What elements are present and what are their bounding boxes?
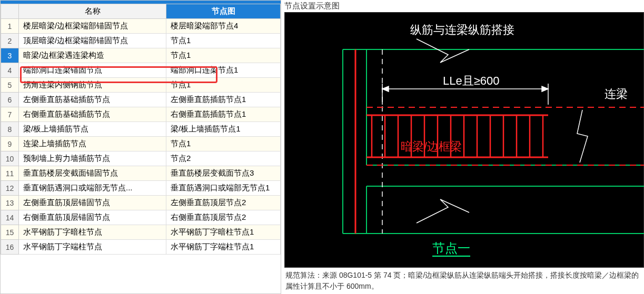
cell-node[interactable]: 左侧垂直筋顶层节点2 — [166, 196, 281, 210]
header-name: 名称 — [19, 4, 166, 19]
cell-name[interactable]: 暗梁/边框梁遇连梁构造 — [19, 48, 166, 63]
cell-node[interactable]: 节点1 — [166, 34, 281, 48]
table-row[interactable]: 3暗梁/边框梁遇连梁构造节点1 — [1, 48, 281, 63]
row-number: 9 — [1, 137, 19, 151]
row-number: 16 — [1, 240, 19, 255]
label-top: 纵筋与连梁纵筋搭接 — [410, 22, 514, 38]
row-number: 1 — [1, 19, 19, 34]
cell-node[interactable]: 节点1 — [166, 78, 281, 93]
diagram-title: 节点设置示意图 — [284, 0, 644, 12]
cell-node[interactable]: 右侧垂直筋插筋节点1 — [166, 107, 281, 122]
row-number: 12 — [1, 181, 19, 196]
table-row[interactable]: 8梁/板上墙插筋节点梁/板上墙插筋节点1 — [1, 122, 281, 137]
table-row[interactable]: 9连梁上墙插筋节点节点1 — [1, 137, 281, 151]
cell-name[interactable]: 水平钢筋丁字暗柱节点 — [19, 225, 166, 240]
row-number: 5 — [1, 78, 19, 93]
node-table: 名称 节点图 1楼层暗梁/边框梁端部锚固节点楼层暗梁端部节点42顶层暗梁/边框梁… — [1, 4, 281, 255]
row-number: 6 — [1, 93, 19, 107]
cell-name[interactable]: 端部洞口连梁锚固节点 — [19, 63, 166, 78]
label-right: 连梁 — [605, 86, 628, 102]
header-node: 节点图 — [166, 4, 281, 19]
cell-name[interactable]: 左侧垂直筋顶层锚固节点 — [19, 196, 166, 210]
label-bottom: 暗梁/边框梁 — [401, 139, 462, 155]
cell-node[interactable]: 节点1 — [166, 48, 281, 63]
table-row[interactable]: 5拐角连梁内侧钢筋节点节点1 — [1, 78, 281, 93]
table-row[interactable]: 2顶层暗梁/边框梁端部锚固节点节点1 — [1, 34, 281, 48]
cell-node[interactable]: 垂直筋楼层变截面节点3 — [166, 166, 281, 181]
row-number: 13 — [1, 196, 19, 210]
cell-name[interactable]: 右侧垂直筋基础插筋节点 — [19, 107, 166, 122]
cell-node[interactable]: 节点2 — [166, 151, 281, 166]
cell-name[interactable]: 楼层暗梁/边框梁端部锚固节点 — [19, 19, 166, 34]
row-number: 15 — [1, 225, 19, 240]
table-row[interactable]: 14右侧垂直筋顶层锚固节点右侧垂直筋顶层节点2 — [1, 210, 281, 225]
cell-node[interactable]: 水平钢筋丁字端柱节点1 — [166, 240, 281, 255]
cell-name[interactable]: 连梁上墙插筋节点 — [19, 137, 166, 151]
table-row[interactable]: 12垂直钢筋遇洞口或端部无节点...垂直筋遇洞口或端部无节点1 — [1, 181, 281, 196]
cell-node[interactable]: 梁/板上墙插筋节点1 — [166, 122, 281, 137]
cell-node[interactable]: 节点1 — [166, 137, 281, 151]
cell-node[interactable]: 左侧垂直筋插筋节点1 — [166, 93, 281, 107]
table-row[interactable]: 13左侧垂直筋顶层锚固节点左侧垂直筋顶层节点2 — [1, 196, 281, 210]
table-row[interactable]: 7右侧垂直筋基础插筋节点右侧垂直筋插筋节点1 — [1, 107, 281, 122]
row-number: 4 — [1, 63, 19, 78]
label-node: 节点一 — [432, 240, 470, 257]
cell-name[interactable]: 垂直钢筋遇洞口或端部无节点... — [19, 181, 166, 196]
table-row[interactable]: 4端部洞口连梁锚固节点端部洞口连梁节点1 — [1, 63, 281, 78]
cell-name[interactable]: 垂直筋楼层变截面锚固节点 — [19, 166, 166, 181]
cell-name[interactable]: 梁/板上墙插筋节点 — [19, 122, 166, 137]
table-row[interactable]: 10预制墙上剪力墙插筋节点节点2 — [1, 151, 281, 166]
table-row[interactable]: 15水平钢筋丁字暗柱节点水平钢筋丁字暗柱节点1 — [1, 225, 281, 240]
cell-node[interactable]: 水平钢筋丁字暗柱节点1 — [166, 225, 281, 240]
cell-name[interactable]: 顶层暗梁/边框梁端部锚固节点 — [19, 34, 166, 48]
cell-node[interactable]: 端部洞口连梁节点1 — [166, 63, 281, 78]
table-row[interactable]: 16水平钢筋丁字端柱节点水平钢筋丁字端柱节点1 — [1, 240, 281, 255]
row-number: 8 — [1, 122, 19, 137]
footnote: 规范算法：来源 08G101-5 第 74 页；暗梁/边框梁纵筋从连梁纵筋端头开… — [284, 268, 644, 294]
table-row[interactable]: 11垂直筋楼层变截面锚固节点垂直筋楼层变截面节点3 — [1, 166, 281, 181]
cell-name[interactable]: 左侧垂直筋基础插筋节点 — [19, 93, 166, 107]
header-index — [1, 4, 19, 19]
table-row[interactable]: 1楼层暗梁/边框梁端部锚固节点楼层暗梁端部节点4 — [1, 19, 281, 34]
cell-name[interactable]: 拐角连梁内侧钢筋节点 — [19, 78, 166, 93]
diagram: 纵筋与连梁纵筋搭接 LLe且≥600 连梁 暗梁/边框梁 节点一 — [284, 12, 644, 268]
cell-name[interactable]: 右侧垂直筋顶层锚固节点 — [19, 210, 166, 225]
row-number: 3 — [1, 48, 19, 63]
cell-name[interactable]: 水平钢筋丁字端柱节点 — [19, 240, 166, 255]
cell-node[interactable]: 右侧垂直筋顶层节点2 — [166, 210, 281, 225]
cell-node[interactable]: 楼层暗梁端部节点4 — [166, 19, 281, 34]
table-row[interactable]: 6左侧垂直筋基础插筋节点左侧垂直筋插筋节点1 — [1, 93, 281, 107]
label-dim: LLe且≥600 — [443, 73, 500, 89]
cell-name[interactable]: 预制墙上剪力墙插筋节点 — [19, 151, 166, 166]
cell-node[interactable]: 垂直筋遇洞口或端部无节点1 — [166, 181, 281, 196]
row-number: 7 — [1, 107, 19, 122]
row-number: 14 — [1, 210, 19, 225]
row-number: 11 — [1, 166, 19, 181]
row-number: 2 — [1, 34, 19, 48]
row-number: 10 — [1, 151, 19, 166]
